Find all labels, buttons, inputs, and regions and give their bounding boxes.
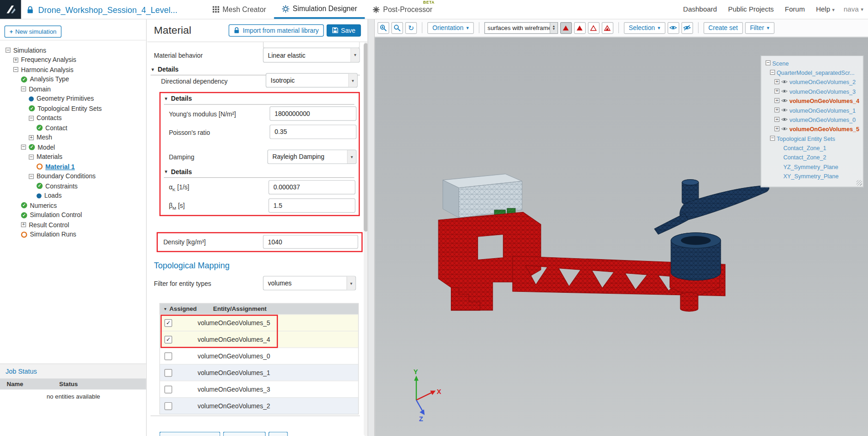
collapse-icon[interactable]: − (6, 48, 11, 53)
assignment-checkbox-checked[interactable]: ✓ (164, 335, 172, 343)
tab-simulation-designer[interactable]: Simulation Designer (274, 0, 365, 19)
assignment-checkbox[interactable] (164, 385, 172, 393)
expand-icon[interactable]: + (774, 89, 779, 94)
tree-item-constraints[interactable]: ✓Constraints (0, 181, 147, 191)
scene-item-topological-entity-sets[interactable]: −Topological Entity Sets (765, 133, 863, 143)
collapse-icon[interactable]: − (21, 86, 26, 91)
beta-m-input[interactable] (269, 198, 355, 212)
mapping-row-volumeongeovolumes-2[interactable]: volumeOnGeoVolumes_2 (160, 397, 358, 414)
assignment-checkbox[interactable] (164, 402, 172, 410)
zoom-window-button[interactable] (377, 22, 389, 33)
job-status-title[interactable]: Job Status (0, 363, 147, 378)
scene-item-volumeongeovolumes-5[interactable]: +volumeOnGeoVolumes_5 (765, 124, 863, 133)
panel-splitter[interactable] (368, 19, 375, 436)
import-material-library-button[interactable]: Import from material library (229, 24, 324, 36)
expand-icon[interactable]: + (774, 117, 779, 122)
collapse-icon[interactable]: − (766, 61, 771, 66)
directional-dependency-select[interactable]: Isotropic ▾ (266, 73, 358, 87)
tree-item-contacts[interactable]: −Contacts (0, 113, 147, 123)
alpha-k-input[interactable] (269, 180, 355, 194)
project-title[interactable]: Drone_Workshop_Session_4_Level... (38, 5, 178, 14)
scene-item-volumeongeovolumes-3[interactable]: +volumeOnGeoVolumes_3 (765, 86, 863, 96)
panel-scrollbar-thumb[interactable] (364, 43, 367, 232)
tree-item-mesh[interactable]: +Mesh (0, 133, 147, 142)
scene-item-quartermodel-separatedscr[interactable]: −QuarterModel_separatedScr... (765, 67, 863, 77)
tree-item-topological-entity-sets[interactable]: ✓Topological Entity Sets (0, 103, 147, 113)
mapping-row-volumeongeovolumes-4[interactable]: ✓volumeOnGeoVolumes_4 (160, 331, 358, 347)
inner-details-header[interactable]: ▼ Details (164, 95, 354, 104)
expand-icon[interactable]: + (29, 135, 34, 140)
cutoff-button-3[interactable] (269, 432, 288, 436)
visibility-eye-icon[interactable] (781, 98, 788, 103)
expand-icon[interactable]: + (774, 108, 779, 113)
damping-select[interactable]: Rayleigh Damping ▾ (267, 150, 356, 164)
display-toggle-mixed-button[interactable] (602, 22, 613, 33)
tree-item-model[interactable]: −✓Model (0, 142, 147, 152)
scene-item-volumeongeovolumes-2[interactable]: +volumeOnGeoVolumes_2 (765, 77, 863, 86)
tree-item-simulations[interactable]: −Simulations (0, 45, 147, 55)
cutoff-button-2[interactable] (223, 432, 265, 436)
scene-item-volumeongeovolumes-0[interactable]: +volumeOnGeoVolumes_0 (765, 115, 863, 124)
tree-item-materials[interactable]: −Materials (0, 152, 147, 162)
youngs-modulus-input[interactable] (269, 106, 356, 121)
visibility-eye-icon[interactable] (781, 89, 788, 94)
panel-scrollbar[interactable] (364, 42, 367, 436)
display-toggle-solid-button[interactable] (560, 22, 572, 33)
damping-details-header[interactable]: ▼ Details (164, 169, 354, 178)
mapping-row-volumeongeovolumes-5[interactable]: ✓volumeOnGeoVolumes_5 (160, 314, 358, 331)
visibility-eye-icon[interactable] (781, 108, 788, 113)
expand-icon[interactable]: + (774, 127, 779, 132)
expand-icon[interactable]: + (774, 98, 779, 103)
collapse-icon[interactable]: − (21, 145, 26, 150)
scene-item-volumeongeovolumes-4[interactable]: +volumeOnGeoVolumes_4 (765, 96, 863, 105)
assignment-checkbox-checked[interactable]: ✓ (164, 319, 172, 327)
tab-post-processor[interactable]: BETA Post-Processor (365, 0, 440, 19)
panel-resize-handle[interactable] (856, 180, 862, 186)
density-input[interactable] (263, 235, 358, 249)
nav-dashboard[interactable]: Dashboard (683, 6, 717, 13)
tree-item-simulation-control[interactable]: ✓Simulation Control (0, 210, 147, 220)
collapse-icon[interactable]: − (29, 154, 34, 159)
entity-column-header[interactable]: Entity/Assignment (213, 305, 267, 312)
nav-help[interactable]: Help ▾ (816, 6, 834, 13)
tree-item-frequency-analysis[interactable]: +Frequency Analysis (0, 55, 147, 65)
display-toggle-wire-button[interactable] (588, 22, 599, 33)
tree-item-numerics[interactable]: ✓Numerics (0, 200, 147, 210)
scene-item-volumeongeovolumes-1[interactable]: +volumeOnGeoVolumes_1 (765, 105, 863, 115)
tab-mesh-creator[interactable]: Mesh Creator (205, 0, 274, 19)
nav-forum[interactable]: Forum (785, 6, 805, 13)
assignment-checkbox[interactable] (164, 352, 172, 360)
scene-item-yz-symmetry-plane[interactable]: YZ_Symmetry_Plane (765, 162, 863, 171)
visibility-eye-icon[interactable] (781, 117, 788, 122)
orientation-button[interactable]: Orientation ▾ (427, 22, 474, 33)
tree-item-result-control[interactable]: +Result Control (0, 220, 147, 230)
propeller-blade-short[interactable] (654, 213, 688, 235)
tree-item-geometry-primitives[interactable]: Geometry Primitives (0, 94, 147, 103)
display-toggle-surface-button[interactable] (574, 22, 586, 33)
assignment-checkbox[interactable] (164, 369, 172, 376)
tree-item-contact[interactable]: ✓Contact (0, 123, 147, 133)
reset-view-button[interactable]: ↻ (405, 22, 417, 33)
scene-item-scene[interactable]: −Scene (765, 58, 863, 67)
visibility-eye-icon[interactable] (781, 127, 788, 132)
collapse-icon[interactable]: − (770, 136, 775, 141)
axis-triad[interactable]: Y X Z (413, 368, 441, 423)
create-set-button[interactable]: Create set (703, 22, 742, 33)
save-button[interactable]: Save (327, 24, 361, 36)
selection-button[interactable]: Selection ▾ (624, 22, 665, 33)
tree-item-boundary-conditions[interactable]: −Boundary Conditions (0, 171, 147, 181)
tree-item-domain[interactable]: −Domain (0, 84, 147, 94)
filter-entity-types-select[interactable]: volumes ▾ (263, 276, 356, 290)
simscale-logo[interactable] (0, 0, 21, 19)
show-all-button[interactable] (667, 22, 679, 33)
scene-item-contact-zone-2[interactable]: Contact_Zone_2 (765, 152, 863, 162)
collapse-icon[interactable]: − (29, 174, 34, 179)
expand-icon[interactable]: + (774, 79, 779, 85)
scene-item-xy-symmetry-plane[interactable]: XY_Symmetry_Plane (765, 171, 863, 181)
cutoff-button-1[interactable] (159, 432, 220, 436)
tree-item-analysis-type[interactable]: ✓Analysis Type (0, 74, 147, 84)
render-mode-select[interactable]: surfaces with wireframe ▲▼ (484, 22, 558, 33)
user-menu[interactable]: nava ▾ (844, 0, 863, 19)
collapse-icon[interactable]: − (770, 70, 775, 75)
tree-item-material-1[interactable]: Material 1 (0, 162, 147, 171)
